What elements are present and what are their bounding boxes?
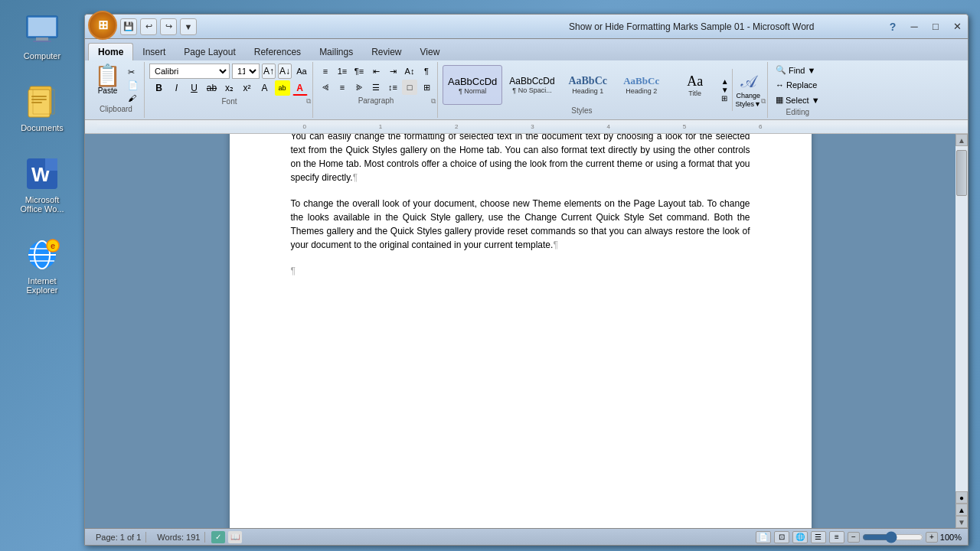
document-area: Show or Hide Formatting Marks Sample¶ On… <box>85 134 968 528</box>
clear-format-button[interactable]: Aa <box>294 64 309 79</box>
subscript-button[interactable]: x₂ <box>222 80 237 96</box>
documents-icon-img <box>24 83 60 120</box>
ie-label: Internet Explorer <box>27 276 58 295</box>
sort-button[interactable]: A↕ <box>402 64 417 79</box>
restore-button[interactable]: □ <box>925 18 946 36</box>
view-fullscreen-button[interactable]: ⊡ <box>774 531 789 543</box>
underline-button[interactable]: U <box>187 80 202 96</box>
format-painter-button[interactable]: 🖌 <box>126 93 141 103</box>
paste-button[interactable]: 📋 Paste <box>91 64 124 96</box>
vertical-scrollbar: ▲ ● ▲ ▼ <box>956 134 968 528</box>
shading-button[interactable]: □ <box>402 80 417 95</box>
office-button[interactable]: ⊞ <box>88 11 117 40</box>
find-button[interactable]: 🔍 Find ▼ <box>773 64 823 77</box>
align-right-button[interactable]: ⫸ <box>351 80 367 95</box>
line-spacing-button[interactable]: ↕≡ <box>385 80 400 95</box>
tab-references[interactable]: References <box>245 44 310 60</box>
bold-button[interactable]: B <box>152 80 167 96</box>
para3-pilcrow: ¶ <box>553 240 557 250</box>
show-marks-button[interactable]: ¶ <box>419 64 434 79</box>
tab-insert[interactable]: Insert <box>133 44 175 60</box>
proofing-check-button[interactable]: ✓ <box>211 531 225 543</box>
font-grow-button[interactable]: A↑ <box>262 64 276 79</box>
multilevel-button[interactable]: ¶≡ <box>351 64 367 79</box>
customize-quick-btn[interactable]: ▼ <box>180 18 197 35</box>
document-page[interactable]: Show or Hide Formatting Marks Sample¶ On… <box>230 134 812 528</box>
document-content[interactable]: Show or Hide Formatting Marks Sample¶ On… <box>85 134 956 528</box>
scroll-up-button[interactable]: ▲ <box>956 134 968 146</box>
justify-button[interactable]: ☰ <box>368 80 384 95</box>
view-outline-button[interactable]: ☰ <box>811 531 826 543</box>
tab-review[interactable]: Review <box>362 44 410 60</box>
para-group-expand[interactable]: ⧉ <box>431 97 436 106</box>
font-size-select[interactable]: 11 12 <box>232 64 260 79</box>
styles-group-expand[interactable]: ⧉ <box>761 97 766 106</box>
select-button[interactable]: ▦ Select ▼ <box>773 93 823 106</box>
styles-all-button[interactable]: ⊞ <box>721 94 729 103</box>
numbering-button[interactable]: 1≡ <box>335 64 350 79</box>
font-shrink-button[interactable]: A↓ <box>278 64 292 79</box>
zoom-in-button[interactable]: + <box>926 532 938 543</box>
style-heading2[interactable]: AaBbCc Heading 2 <box>616 65 668 105</box>
word-icon[interactable]: W Microsoft Office Wo... <box>4 152 80 217</box>
strikethrough-button[interactable]: ab <box>204 80 220 96</box>
highlight-button[interactable]: ab <box>275 80 290 96</box>
styles-scroll-up[interactable]: ▲ <box>721 77 729 86</box>
paragraph-3[interactable]: To change the overall look of your docum… <box>291 197 750 252</box>
decrease-indent-button[interactable]: ⇤ <box>368 64 384 79</box>
title-text: Show or Hide Formatting Marks Sample 01 … <box>501 21 883 32</box>
help-button[interactable]: ? <box>882 18 903 36</box>
ribbon-tabs: Home Insert Page Layout References Maili… <box>85 39 968 60</box>
tab-home[interactable]: Home <box>88 43 133 60</box>
align-center-button[interactable]: ≡ <box>335 80 350 95</box>
replace-button[interactable]: ↔ Replace <box>773 79 823 91</box>
undo-quick-btn[interactable]: ↩ <box>140 18 157 35</box>
proofing-book-button[interactable]: 📖 <box>228 531 242 543</box>
page-count: Page: 1 of 1 <box>91 532 146 543</box>
close-button[interactable]: ✕ <box>946 18 968 36</box>
align-left-button[interactable]: ⫷ <box>318 80 333 95</box>
minimize-button[interactable]: ─ <box>903 18 925 36</box>
cut-button[interactable]: ✂ <box>126 67 141 78</box>
superscript-button[interactable]: x² <box>240 80 255 96</box>
tab-mailings[interactable]: Mailings <box>310 44 362 60</box>
increase-indent-button[interactable]: ⇥ <box>385 64 400 79</box>
styles-scroll-down[interactable]: ▼ <box>721 86 729 94</box>
documents-icon[interactable]: Documents <box>4 80 80 136</box>
copy-button[interactable]: 📄 <box>126 80 141 91</box>
borders-button[interactable]: ⊞ <box>419 80 434 95</box>
text-effect-button[interactable]: A <box>257 80 273 96</box>
style-heading1[interactable]: AaBbCc Heading 1 <box>562 65 614 105</box>
ruler-mark-6: 6 <box>759 123 762 130</box>
scroll-select-button[interactable]: ● <box>956 491 968 504</box>
bullets-button[interactable]: ≡ <box>318 64 333 79</box>
view-web-button[interactable]: 🌐 <box>792 531 808 543</box>
zoom-out-button[interactable]: − <box>848 532 860 543</box>
italic-button[interactable]: I <box>169 80 185 96</box>
font-color-button[interactable]: A <box>292 80 308 96</box>
redo-quick-btn[interactable]: ↪ <box>160 18 177 35</box>
scroll-thumb[interactable] <box>956 150 967 196</box>
scroll-down-button[interactable]: ▼ <box>956 516 968 528</box>
style-h1-preview: AaBbCc <box>568 75 607 87</box>
tab-view[interactable]: View <box>411 44 449 60</box>
font-group-expand[interactable]: ⧉ <box>306 97 311 106</box>
style-nospace[interactable]: AaBbCcDd ¶ No Spaci... <box>504 65 560 105</box>
save-quick-btn[interactable]: 💾 <box>120 18 137 35</box>
select-label: Select ▼ <box>786 96 820 105</box>
ie-icon[interactable]: e Internet Explorer <box>4 233 80 298</box>
view-draft-button[interactable]: ≡ <box>829 531 844 543</box>
style-normal[interactable]: AaBbCcDd ¶ Normal <box>443 65 502 105</box>
paragraph-2[interactable]: You can easily change the formatting of … <box>291 134 750 184</box>
paragraph-empty[interactable]: ¶ <box>291 264 750 278</box>
computer-icon[interactable]: Computer <box>4 8 80 64</box>
scroll-bottom-controls: ● ▲ ▼ <box>956 491 968 528</box>
change-styles-icon: 𝒜 <box>741 72 756 92</box>
font-name-select[interactable]: Calibri <box>149 64 230 79</box>
tab-pagelayout[interactable]: Page Layout <box>175 44 244 60</box>
style-title[interactable]: Aa Title <box>669 65 721 105</box>
scroll-prev-button[interactable]: ▲ <box>956 504 968 516</box>
view-print-button[interactable]: 📄 <box>756 531 771 543</box>
zoom-slider[interactable] <box>862 532 923 543</box>
change-styles-button[interactable]: 𝒜 ChangeStyles▼ <box>732 69 764 112</box>
